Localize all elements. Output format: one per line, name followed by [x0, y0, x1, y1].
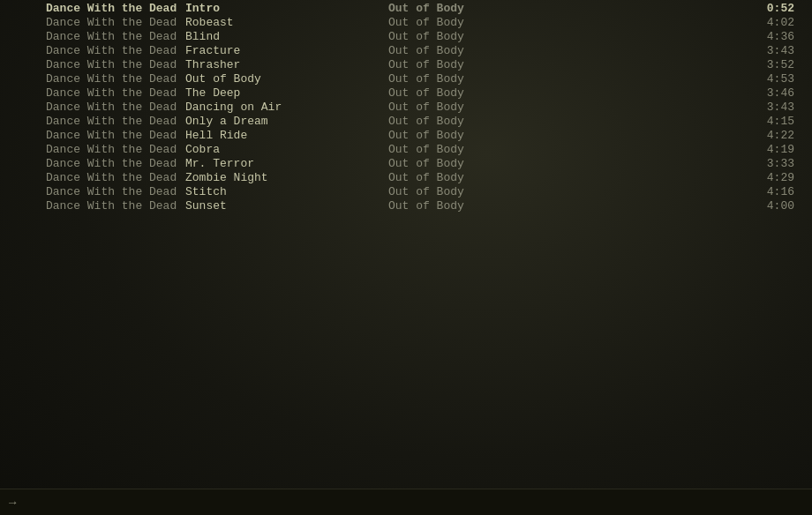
track-duration: 3:52	[759, 58, 812, 72]
track-row[interactable]: Dance With the DeadHell RideOut of Body4…	[0, 129, 812, 143]
track-artist: Dance With the Dead	[0, 58, 177, 72]
track-title: Dancing on Air	[177, 101, 380, 115]
track-artist: Dance With the Dead	[0, 101, 177, 115]
bottom-bar: →	[0, 489, 812, 515]
track-duration: 4:36	[759, 30, 812, 44]
track-title: Fracture	[177, 44, 380, 58]
track-title: The Deep	[177, 86, 380, 101]
track-album: Out of Body	[380, 115, 759, 129]
track-album: Out of Body	[380, 129, 759, 143]
track-title: Only a Dream	[177, 115, 380, 129]
track-title: Hell Ride	[177, 129, 380, 143]
header-title: Intro	[177, 2, 380, 16]
track-artist: Dance With the Dead	[0, 115, 177, 129]
track-duration: 3:43	[759, 101, 812, 115]
track-row[interactable]: Dance With the DeadZombie NightOut of Bo…	[0, 171, 812, 185]
track-album: Out of Body	[380, 72, 759, 86]
track-duration: 3:46	[759, 86, 812, 101]
track-artist: Dance With the Dead	[0, 143, 177, 157]
track-album: Out of Body	[380, 199, 759, 213]
track-row[interactable]: Dance With the DeadRobeastOut of Body4:0…	[0, 16, 812, 30]
track-album: Out of Body	[380, 171, 759, 185]
track-duration: 3:43	[759, 44, 812, 58]
track-row[interactable]: Dance With the DeadStitchOut of Body4:16	[0, 185, 812, 199]
track-album: Out of Body	[380, 143, 759, 157]
track-row[interactable]: Dance With the DeadBlindOut of Body4:36	[0, 30, 812, 44]
track-row[interactable]: Dance With the DeadThe DeepOut of Body3:…	[0, 86, 812, 101]
track-album: Out of Body	[380, 86, 759, 101]
track-album: Out of Body	[380, 44, 759, 58]
track-row[interactable]: Dance With the DeadMr. TerrorOut of Body…	[0, 157, 812, 171]
track-duration: 4:22	[759, 129, 812, 143]
track-artist: Dance With the Dead	[0, 129, 177, 143]
track-duration: 4:02	[759, 16, 812, 30]
track-row[interactable]: Dance With the DeadSunsetOut of Body4:00	[0, 199, 812, 213]
track-album: Out of Body	[380, 16, 759, 30]
header-duration: 0:52	[759, 2, 812, 16]
track-row[interactable]: Dance With the DeadOut of BodyOut of Bod…	[0, 72, 812, 86]
track-row[interactable]: Dance With the DeadFractureOut of Body3:…	[0, 44, 812, 58]
track-title: Thrasher	[177, 58, 380, 72]
track-row[interactable]: Dance With the DeadCobraOut of Body4:19	[0, 143, 812, 157]
track-duration: 4:15	[759, 115, 812, 129]
track-list-header: Dance With the Dead Intro Out of Body 0:…	[0, 2, 812, 16]
track-duration: 4:16	[759, 185, 812, 199]
track-row[interactable]: Dance With the DeadOnly a DreamOut of Bo…	[0, 115, 812, 129]
header-album: Out of Body	[380, 2, 759, 16]
track-album: Out of Body	[380, 101, 759, 115]
track-duration: 4:29	[759, 171, 812, 185]
track-row[interactable]: Dance With the DeadDancing on AirOut of …	[0, 101, 812, 115]
track-row[interactable]: Dance With the DeadThrasherOut of Body3:…	[0, 58, 812, 72]
track-album: Out of Body	[380, 58, 759, 72]
track-artist: Dance With the Dead	[0, 30, 177, 44]
track-album: Out of Body	[380, 30, 759, 44]
track-title: Out of Body	[177, 72, 380, 86]
track-duration: 4:19	[759, 143, 812, 157]
track-artist: Dance With the Dead	[0, 86, 177, 101]
track-artist: Dance With the Dead	[0, 171, 177, 185]
track-title: Stitch	[177, 185, 380, 199]
track-duration: 4:00	[759, 199, 812, 213]
track-title: Blind	[177, 30, 380, 44]
track-duration: 3:33	[759, 157, 812, 171]
track-artist: Dance With the Dead	[0, 185, 177, 199]
track-title: Zombie Night	[177, 171, 380, 185]
track-album: Out of Body	[380, 185, 759, 199]
arrow-icon: →	[9, 496, 16, 510]
track-title: Mr. Terror	[177, 157, 380, 171]
track-duration: 4:53	[759, 72, 812, 86]
track-title: Robeast	[177, 16, 380, 30]
track-artist: Dance With the Dead	[0, 44, 177, 58]
track-title: Sunset	[177, 199, 380, 213]
track-artist: Dance With the Dead	[0, 72, 177, 86]
track-artist: Dance With the Dead	[0, 16, 177, 30]
track-title: Cobra	[177, 143, 380, 157]
header-artist: Dance With the Dead	[0, 2, 177, 16]
track-artist: Dance With the Dead	[0, 157, 177, 171]
track-list: Dance With the Dead Intro Out of Body 0:…	[0, 2, 812, 213]
track-artist: Dance With the Dead	[0, 199, 177, 213]
track-album: Out of Body	[380, 157, 759, 171]
